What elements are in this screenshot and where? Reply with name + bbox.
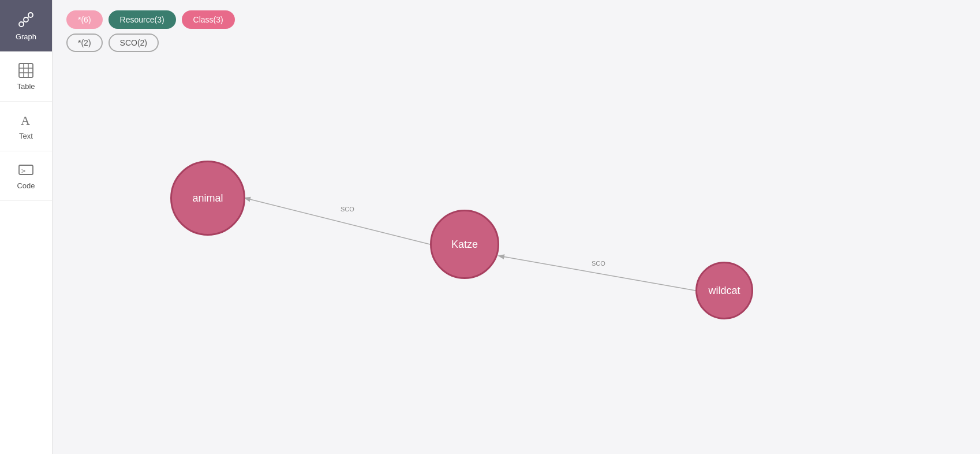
sidebar-item-graph[interactable]: Graph [0,0,52,52]
code-icon: >_ [18,162,34,178]
graph-icon [17,10,35,29]
chip-resource[interactable]: Resource(3) [109,10,176,29]
filter-bar-row2: *(2) SCO(2) [66,34,966,52]
edge-label-sco1: SCO [341,206,354,213]
svg-point-1 [28,13,33,17]
main-area: *(6) Resource(3) Class(3) *(2) SCO(2) SC… [53,0,980,454]
graph-edges-svg: SCO SCO [66,57,966,444]
sidebar: Graph Table A Text >_ Cod [0,0,53,454]
chip-all2[interactable]: *(2) [66,34,103,52]
sidebar-item-code[interactable]: >_ Code [0,151,52,201]
chip-sco[interactable]: SCO(2) [109,34,159,52]
node-animal[interactable]: animal [170,161,245,236]
sidebar-text-label: Text [19,132,33,140]
sidebar-graph-label: Graph [16,32,36,41]
svg-line-3 [23,21,24,23]
svg-line-13 [245,198,430,244]
svg-text:>_: >_ [21,167,30,175]
node-katze[interactable]: Katze [430,210,499,279]
svg-line-14 [499,256,695,291]
sidebar-item-table[interactable]: Table [0,52,52,102]
node-wildcat[interactable]: wildcat [695,262,753,319]
svg-text:A: A [21,113,30,128]
edge-label-sco2: SCO [592,260,605,267]
sidebar-table-label: Table [17,82,35,91]
chip-class[interactable]: Class(3) [182,10,235,29]
svg-point-2 [24,17,28,22]
text-icon: A [18,112,34,128]
chip-all[interactable]: *(6) [66,10,103,29]
node-wildcat-label: wildcat [708,285,740,297]
table-icon [18,62,34,79]
filter-bar-row1: *(6) Resource(3) Class(3) [66,10,966,29]
sidebar-code-label: Code [17,181,35,190]
graph-canvas: SCO SCO animal Katze wildcat [66,57,966,444]
svg-point-0 [19,22,24,27]
svg-rect-5 [19,64,33,77]
node-animal-label: animal [192,192,223,204]
sidebar-item-text[interactable]: A Text [0,102,52,151]
node-katze-label: Katze [451,239,478,251]
svg-line-4 [28,17,29,18]
